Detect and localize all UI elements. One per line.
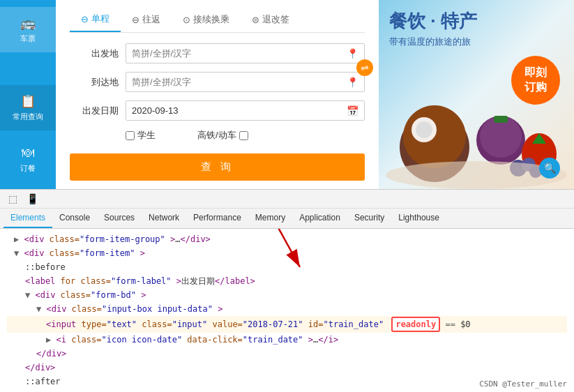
devtools-tab-network[interactable]: Network xyxy=(142,209,186,228)
location-icon-departure: 📍 xyxy=(347,48,358,59)
devtools-tab-performance[interactable]: Performance xyxy=(186,209,248,228)
code-line-3: ::before xyxy=(7,260,567,274)
triangle-2[interactable]: ▼ xyxy=(7,248,19,258)
date-row: 出发日期 📅 xyxy=(70,100,365,121)
student-checkbox[interactable] xyxy=(126,131,135,140)
triangle-5[interactable]: ▼ xyxy=(7,290,30,300)
sidebar-item-query[interactable]: 📋 常用查询 xyxy=(0,85,56,130)
departure-input-wrap: 📍 xyxy=(126,43,365,63)
code-line-9: </div> xyxy=(7,347,567,361)
devtools-tabs: Elements Console Sources Network Perform… xyxy=(0,209,574,229)
calendar-icon: 📅 xyxy=(347,105,358,116)
code-line-10: </div> xyxy=(7,361,567,375)
devtools-panel: ⬚ 📱 Elements Console Sources Network Per… xyxy=(0,189,574,392)
departure-input[interactable] xyxy=(126,44,364,63)
destination-label: 到达地 xyxy=(70,76,119,89)
inspect-icon[interactable]: ⬚ xyxy=(6,192,20,206)
triangle-1[interactable]: ▶ xyxy=(7,234,19,244)
readonly-badge: readonly xyxy=(391,317,440,332)
gaotie-checkbox[interactable] xyxy=(239,131,248,140)
code-line-2: ▼ <div class="form-item" > xyxy=(7,246,567,260)
watermark: CSDN @Tester_muller xyxy=(479,379,567,389)
devtools-content: ▶ <div class="form-item-group" >…</div> … xyxy=(0,229,574,392)
ad-search-icon[interactable]: 🔍 xyxy=(539,158,560,179)
devtools-tab-lighthouse[interactable]: Lighthouse xyxy=(391,209,446,228)
devtools-tab-memory[interactable]: Memory xyxy=(248,209,292,228)
tab-transfer-label: 接续换乘 xyxy=(193,13,229,26)
sidebar-item-food[interactable]: 🍽 订餐 xyxy=(0,137,56,182)
ad-subtitle: 带有温度的旅途的旅 xyxy=(379,36,574,55)
departure-label: 出发地 xyxy=(70,47,119,60)
triangle-8[interactable]: ▶ xyxy=(7,335,51,345)
location-icon-destination: 📍 xyxy=(347,77,358,88)
student-label: 学生 xyxy=(137,129,156,142)
destination-input[interactable] xyxy=(126,73,364,91)
destination-row: 到达地 📍 xyxy=(70,72,365,92)
tab-refund-icon: ⊜ xyxy=(252,15,259,25)
main-content: 🚌 车票 📋 常用查询 🍽 订餐 ⊖ 单程 ⊖ xyxy=(0,0,574,189)
tab-transfer-icon: ⊙ xyxy=(183,15,190,25)
gaotie-checkbox-item: 高铁/动车 xyxy=(197,129,248,142)
tab-oneway[interactable]: ⊖ 单程 xyxy=(70,7,121,32)
tab-transfer[interactable]: ⊙ 接续换乘 xyxy=(172,7,241,32)
devtools-toolbar: ⬚ 📱 xyxy=(0,190,574,209)
departure-row: 出发地 📍 ⇌ xyxy=(70,43,365,63)
tabs: ⊖ 单程 ⊖ 往返 ⊙ 接续换乘 ⊜ 退改签 xyxy=(70,7,365,33)
tab-roundtrip-label: 往返 xyxy=(142,13,160,26)
tab-oneway-label: 单程 xyxy=(91,13,109,25)
destination-input-wrap: 📍 xyxy=(126,72,365,92)
tab-roundtrip-icon: ⊖ xyxy=(132,15,139,25)
swap-button[interactable]: ⇌ xyxy=(356,59,373,76)
devtools-tab-application[interactable]: Application xyxy=(292,209,347,228)
ad-area: 餐饮 · 特产 带有温度的旅途的旅 即刻 订购 xyxy=(379,0,574,189)
devtools-tab-console[interactable]: Console xyxy=(52,209,97,228)
sidebar-item-query-label: 常用查询 xyxy=(13,112,43,122)
code-line-5: ▼ <div class="form-bd" > xyxy=(7,288,567,302)
mobile-icon[interactable]: 📱 xyxy=(24,192,41,206)
form-area: ⊖ 单程 ⊖ 往返 ⊙ 接续换乘 ⊜ 退改签 xyxy=(56,0,379,189)
code-line-6: ▼ <div class="input-box input-data" > xyxy=(7,302,567,316)
devtools-tab-elements[interactable]: Elements xyxy=(3,209,52,228)
query-icon: 📋 xyxy=(20,93,36,109)
triangle-6[interactable]: ▼ xyxy=(7,304,41,314)
code-line-4: <label for class="form-label" >出发日期</lab… xyxy=(7,274,567,288)
app-wrapper: 🚌 车票 📋 常用查询 🍽 订餐 ⊖ 单程 ⊖ xyxy=(0,0,574,392)
checkbox-row: 学生 高铁/动车 xyxy=(70,129,365,142)
code-line-7: <input type="text" class="input" value="… xyxy=(7,316,567,333)
sidebar: 🚌 车票 📋 常用查询 🍽 订餐 xyxy=(0,0,56,189)
devtools-tab-security[interactable]: Security xyxy=(347,209,391,228)
sidebar-item-food-label: 订餐 xyxy=(20,163,36,174)
devtools-tab-sources[interactable]: Sources xyxy=(97,209,142,228)
tab-roundtrip[interactable]: ⊖ 往返 xyxy=(121,7,172,32)
code-line-1: ▶ <div class="form-item-group" >…</div> xyxy=(7,232,567,246)
date-label: 出发日期 xyxy=(70,105,119,117)
student-checkbox-item: 学生 xyxy=(126,129,156,142)
tab-refund-label: 退改签 xyxy=(262,13,289,26)
tab-oneway-icon: ⊖ xyxy=(81,14,89,24)
food-icon: 🍽 xyxy=(22,146,34,160)
date-input[interactable] xyxy=(126,101,364,120)
date-input-wrap: 📅 xyxy=(126,100,365,121)
tab-refund[interactable]: ⊜ 退改签 xyxy=(241,7,301,32)
gaotie-label: 高铁/动车 xyxy=(197,129,236,142)
code-line-8: ▶ <i class="icon icon-date" data-click="… xyxy=(7,333,567,347)
sidebar-item-tickets[interactable]: 🚌 车票 xyxy=(0,7,56,52)
sidebar-item-tickets-label: 车票 xyxy=(20,33,36,44)
svg-rect-6 xyxy=(494,116,508,123)
search-button[interactable]: 查 询 xyxy=(70,153,365,181)
svg-point-1 xyxy=(403,105,466,168)
ad-title: 餐饮 · 特产 xyxy=(379,0,574,36)
tickets-icon: 🚌 xyxy=(20,15,36,31)
svg-point-3 xyxy=(416,121,432,138)
